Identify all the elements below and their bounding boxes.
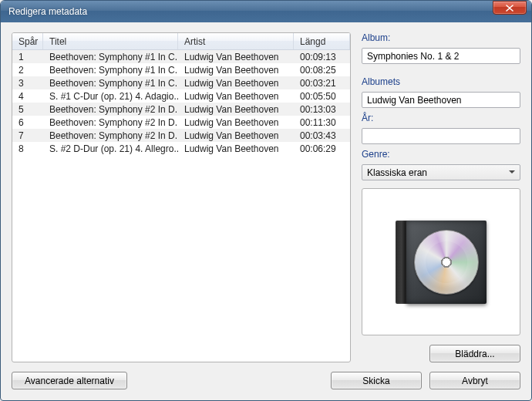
metadata-sidebar: Album: Albumets År: Genre: Klassiska era… [362, 32, 520, 362]
advanced-options-button[interactable]: Avancerade alternativ [12, 372, 127, 389]
cd-case-icon [396, 221, 487, 304]
table-row[interactable]: 6Beethoven: Symphony #2 In D...Ludwig Va… [12, 116, 350, 129]
table-row[interactable]: 2Beethoven: Symphony #1 In C...Ludwig Va… [12, 63, 350, 76]
close-button[interactable] [493, 1, 527, 15]
cell-track: 1 [12, 52, 43, 62]
table-body: 1Beethoven: Symphony #1 In C...Ludwig Va… [12, 50, 350, 362]
table-row[interactable]: 3Beethoven: Symphony #1 In C...Ludwig Va… [12, 76, 350, 89]
browse-button[interactable]: Bläddra... [429, 345, 520, 362]
cell-artist: Ludwig Van Beethoven [178, 143, 294, 154]
genre-label: Genre: [362, 149, 520, 160]
cell-track: 6 [12, 117, 43, 128]
cell-length: 00:06:29 [294, 143, 350, 154]
spacer [362, 69, 520, 72]
submit-button[interactable]: Skicka [331, 372, 422, 389]
albumartist-label: Albumets [362, 76, 520, 87]
album-input[interactable] [362, 48, 520, 64]
cell-title: S. #2 D-Dur (op. 21) 4. Allegro... [43, 143, 178, 154]
table-row[interactable]: 1Beethoven: Symphony #1 In C...Ludwig Va… [12, 50, 350, 63]
cell-title: Beethoven: Symphony #1 In C... [43, 78, 178, 89]
cell-track: 8 [12, 143, 43, 154]
disc-icon [414, 230, 479, 295]
cell-length: 00:11:30 [294, 117, 350, 128]
cell-length: 00:03:21 [294, 78, 350, 89]
cell-title: Beethoven: Symphony #2 In D... [43, 130, 178, 141]
bottom-button-row: Avancerade alternativ Skicka Avbryt [12, 372, 520, 389]
close-icon [506, 5, 513, 12]
cell-title: Beethoven: Symphony #1 In C... [43, 52, 178, 62]
dropdown-arrow [506, 167, 518, 178]
year-label: År: [362, 113, 520, 123]
titlebar[interactable]: Redigera metadata [1, 1, 531, 22]
col-header-length[interactable]: Längd [294, 33, 350, 49]
cell-title: S. #1 C-Dur (op. 21) 4. Adagio... [43, 91, 178, 102]
client-area: Spår Titel Artist Längd 1Beethoven: Symp… [1, 22, 531, 400]
cell-length: 00:09:13 [294, 52, 350, 62]
cell-track: 5 [12, 104, 43, 115]
genre-select[interactable]: Klassiska eran [362, 164, 520, 180]
cell-length: 00:08:25 [294, 65, 350, 76]
cell-track: 3 [12, 78, 43, 89]
cell-track: 7 [12, 130, 43, 141]
content-row: Spår Titel Artist Längd 1Beethoven: Symp… [12, 32, 520, 362]
cell-artist: Ludwig Van Beethoven [178, 130, 294, 141]
window-title: Redigera metadata [8, 6, 493, 17]
cancel-button[interactable]: Avbryt [429, 372, 520, 389]
col-header-artist[interactable]: Artist [178, 33, 294, 49]
cell-artist: Ludwig Van Beethoven [178, 78, 294, 89]
year-input[interactable] [362, 128, 520, 144]
cell-artist: Ludwig Van Beethoven [178, 52, 294, 62]
cell-artist: Ludwig Van Beethoven [178, 104, 294, 115]
table-header: Spår Titel Artist Längd [12, 33, 350, 50]
cell-length: 00:05:50 [294, 91, 350, 102]
cell-title: Beethoven: Symphony #2 In D... [43, 104, 178, 115]
table-row[interactable]: 8S. #2 D-Dur (op. 21) 4. Allegro...Ludwi… [12, 142, 350, 155]
cell-title: Beethoven: Symphony #1 In C... [43, 65, 178, 76]
cell-artist: Ludwig Van Beethoven [178, 117, 294, 128]
col-header-track[interactable]: Spår [12, 33, 43, 49]
cover-art-panel[interactable] [362, 188, 520, 335]
col-header-title[interactable]: Titel [43, 33, 178, 49]
chevron-down-icon [509, 170, 515, 174]
cell-artist: Ludwig Van Beethoven [178, 91, 294, 102]
metadata-editor-window: Redigera metadata Spår Titel Artist Läng… [0, 0, 532, 401]
cell-track: 2 [12, 65, 43, 76]
album-label: Album: [362, 32, 520, 43]
tracks-table[interactable]: Spår Titel Artist Längd 1Beethoven: Symp… [12, 32, 351, 362]
cell-artist: Ludwig Van Beethoven [178, 65, 294, 76]
table-row[interactable]: 5Beethoven: Symphony #2 In D...Ludwig Va… [12, 103, 350, 116]
cell-track: 4 [12, 91, 43, 102]
cell-title: Beethoven: Symphony #2 In D... [43, 117, 178, 128]
table-row[interactable]: 4S. #1 C-Dur (op. 21) 4. Adagio...Ludwig… [12, 89, 350, 103]
table-row[interactable]: 7Beethoven: Symphony #2 In D...Ludwig Va… [12, 129, 350, 142]
cell-length: 00:03:43 [294, 130, 350, 141]
genre-select-value: Klassiska eran [362, 164, 520, 180]
browse-row: Bläddra... [362, 345, 520, 362]
albumartist-input[interactable] [362, 92, 520, 108]
cell-length: 00:13:03 [294, 104, 350, 115]
